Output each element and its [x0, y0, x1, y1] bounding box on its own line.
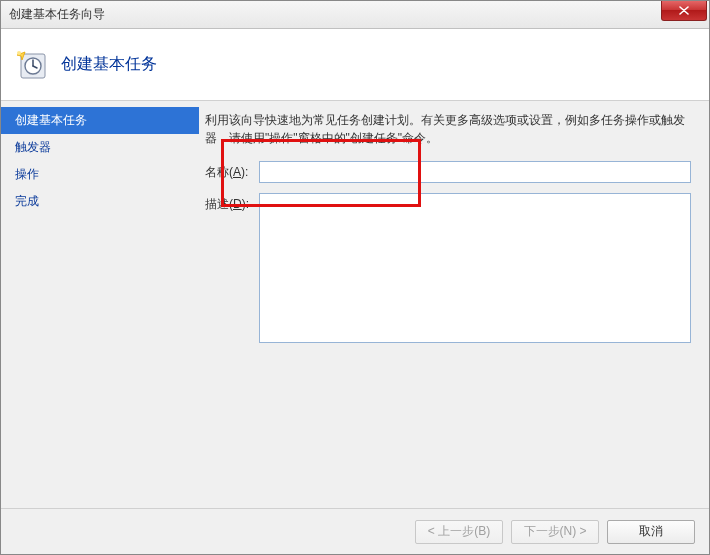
close-icon [679, 6, 689, 15]
name-row: 名称(A): [205, 161, 691, 183]
name-input[interactable] [259, 161, 691, 183]
wizard-body: 创建基本任务 触发器 操作 完成 利用该向导快速地为常见任务创建计划。有关更多高… [1, 101, 709, 508]
instruction-text: 利用该向导快速地为常见任务创建计划。有关更多高级选项或设置，例如多任务操作或触发… [205, 111, 691, 147]
description-input[interactable] [259, 193, 691, 343]
wizard-sidebar: 创建基本任务 触发器 操作 完成 [1, 101, 199, 508]
wizard-content: 利用该向导快速地为常见任务创建计划。有关更多高级选项或设置，例如多任务操作或触发… [199, 101, 709, 508]
name-label: 名称(A): [205, 161, 259, 181]
wizard-footer: < 上一步(B) 下一步(N) > 取消 [1, 508, 709, 554]
sidebar-item-action[interactable]: 操作 [1, 161, 199, 188]
sidebar-item-create-basic-task[interactable]: 创建基本任务 [1, 107, 199, 134]
page-title: 创建基本任务 [61, 54, 157, 75]
next-button[interactable]: 下一步(N) > [511, 520, 599, 544]
description-label: 描述(D): [205, 193, 259, 213]
window-title: 创建基本任务向导 [9, 6, 105, 23]
titlebar: 创建基本任务向导 [1, 1, 709, 29]
wizard-window: 创建基本任务向导 创建基本任务 创建基本任务 触发器 [0, 0, 710, 555]
svg-point-2 [17, 51, 21, 55]
sidebar-item-trigger[interactable]: 触发器 [1, 134, 199, 161]
sidebar-item-finish[interactable]: 完成 [1, 188, 199, 215]
wizard-header: 创建基本任务 [1, 29, 709, 101]
cancel-button[interactable]: 取消 [607, 520, 695, 544]
close-button[interactable] [661, 1, 707, 21]
clock-new-icon [15, 48, 49, 82]
back-button[interactable]: < 上一步(B) [415, 520, 503, 544]
description-row: 描述(D): [205, 193, 691, 343]
